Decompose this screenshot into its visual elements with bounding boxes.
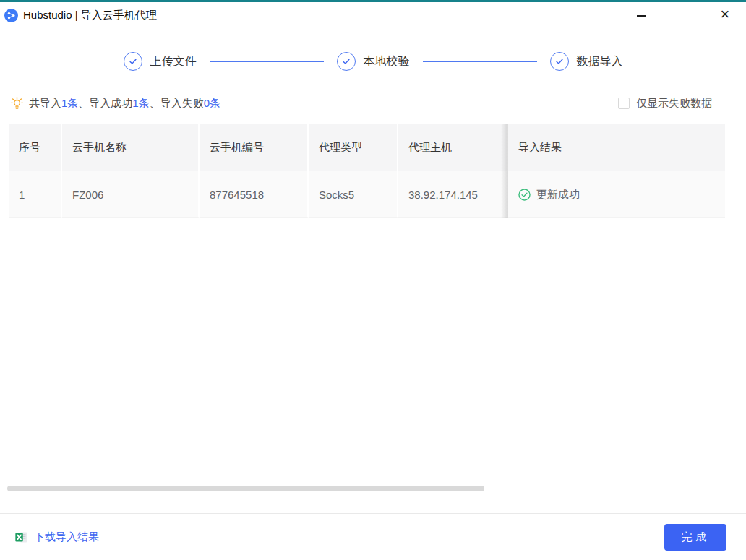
cell-index: 1 xyxy=(9,171,62,218)
step-label: 数据导入 xyxy=(577,54,623,69)
success-check-icon xyxy=(518,189,531,201)
column-header-result: 导入结果 xyxy=(508,124,725,171)
import-result-table: 序号 云手机名称 云手机编号 代理类型 代理主机 导入结果 1 FZ006 87… xyxy=(9,124,725,218)
stepper-connector xyxy=(210,61,324,62)
table-header-row: 序号 云手机名称 云手机编号 代理类型 代理主机 导入结果 xyxy=(9,124,725,171)
close-button[interactable]: × xyxy=(704,2,746,29)
summary-text: 、导入成功 xyxy=(78,97,132,111)
checkbox-label: 仅显示失败数据 xyxy=(636,97,712,111)
column-header-proxy-host: 代理主机 xyxy=(398,124,508,171)
titlebar: Hubstudio | 导入云手机代理 × xyxy=(0,2,746,29)
summary-filter-row: 共导入1条、导入成功1条、导入失败0条 仅显示失败数据 xyxy=(10,93,712,113)
step-upload-file: 上传文件 xyxy=(124,52,197,71)
step-label: 上传文件 xyxy=(150,54,197,69)
cell-phone-id: 877645518 xyxy=(200,171,309,218)
cell-proxy-type: Socks5 xyxy=(309,171,398,218)
lightbulb-icon xyxy=(10,97,24,111)
download-result-link[interactable]: 下载导入结果 xyxy=(14,530,99,544)
maximize-button[interactable] xyxy=(662,2,704,29)
result-status-text: 更新成功 xyxy=(536,188,580,202)
step-label: 本地校验 xyxy=(364,54,410,69)
window-controls: × xyxy=(620,2,746,29)
step-data-import: 数据导入 xyxy=(550,52,623,71)
done-button[interactable]: 完成 xyxy=(664,524,726,551)
cell-result: 更新成功 xyxy=(508,171,725,218)
column-header-index: 序号 xyxy=(9,124,62,171)
summary-success-count: 1条 xyxy=(132,97,149,111)
cell-phone-name: FZ006 xyxy=(62,171,200,218)
download-link-label: 下载导入结果 xyxy=(34,530,99,544)
minimize-icon xyxy=(637,15,646,17)
stepper-connector xyxy=(423,61,537,62)
step-local-validate: 本地校验 xyxy=(337,52,410,71)
step-check-icon xyxy=(124,52,142,71)
app-window: Hubstudio | 导入云手机代理 × 上传文件 本地校验 数据导入 xyxy=(0,0,746,560)
excel-file-icon xyxy=(14,530,28,544)
app-logo-icon xyxy=(4,9,18,22)
summary-total-count: 1条 xyxy=(61,97,78,111)
step-check-icon xyxy=(550,52,569,71)
horizontal-scrollbar-thumb[interactable] xyxy=(7,486,484,491)
import-summary: 共导入1条、导入成功1条、导入失败0条 xyxy=(10,97,220,111)
summary-text: 、导入失败 xyxy=(150,97,204,111)
cell-proxy-host: 38.92.174.145 xyxy=(398,171,508,218)
column-header-phone-id: 云手机编号 xyxy=(200,124,309,171)
maximize-icon xyxy=(679,12,687,20)
column-header-proxy-type: 代理类型 xyxy=(309,124,398,171)
table-row: 1 FZ006 877645518 Socks5 38.92.174.145 更… xyxy=(9,171,725,218)
summary-text: 共导入 xyxy=(29,97,61,111)
column-header-phone-name: 云手机名称 xyxy=(62,124,200,171)
minimize-button[interactable] xyxy=(620,2,662,29)
close-icon: × xyxy=(721,7,730,22)
stepper: 上传文件 本地校验 数据导入 xyxy=(0,45,746,78)
summary-fail-count: 0条 xyxy=(204,97,220,111)
window-title: Hubstudio | 导入云手机代理 xyxy=(23,9,157,22)
checkbox-icon[interactable] xyxy=(618,98,630,109)
step-check-icon xyxy=(337,52,356,71)
show-failed-only-checkbox[interactable]: 仅显示失败数据 xyxy=(618,97,712,111)
footer-bar: 下载导入结果 完成 xyxy=(0,513,746,560)
